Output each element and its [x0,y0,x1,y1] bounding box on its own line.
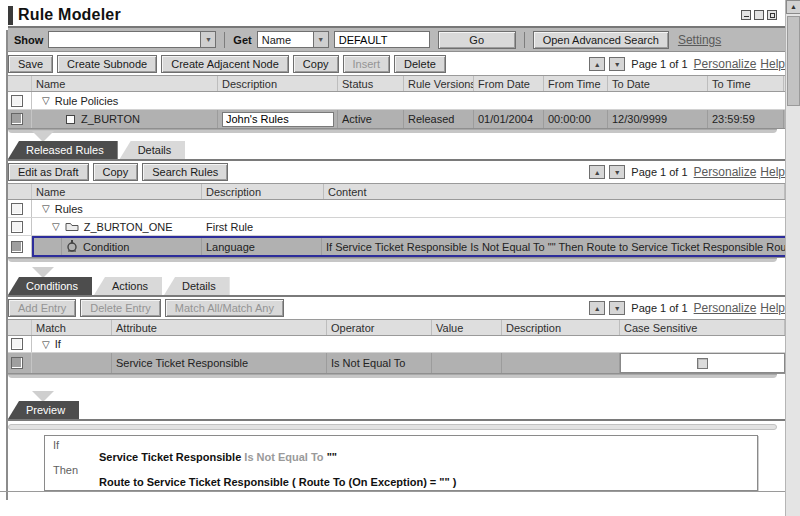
row-selector-checkbox[interactable] [11,221,23,233]
column-header: Rule Versions [404,76,474,91]
add-entry-button: Add Entry [8,299,76,317]
page-indicator: Page 1 of 1 [631,302,687,314]
column-header: Match [32,320,112,335]
preview-section: Preview If Service Ticket Responsible Is… [8,391,785,491]
column-header: Description [218,76,338,91]
search-rules-button[interactable]: Search Rules [142,163,228,181]
expand-triangle-icon[interactable]: ▽ [42,95,50,106]
rule-description: First Rule [202,218,324,235]
open-advanced-search-button[interactable]: Open Advanced Search [533,31,669,49]
vertical-scrollbar[interactable]: ▲ [785,0,800,516]
policies-header-row: Name Description Status Rule Versions Fr… [8,75,785,92]
edit-as-draft-button[interactable]: Edit as Draft [8,163,89,181]
go-button[interactable]: Go [438,31,516,49]
row-selector-checkbox[interactable] [11,113,23,125]
page-up-icon[interactable]: ▲ [589,57,605,71]
personalize-link[interactable]: Personalize [694,57,757,71]
policy-name: Z_BURTON [81,113,140,125]
column-header: Value [432,320,502,335]
column-header: Attribute [112,320,327,335]
tab-released-rules[interactable]: Released Rules [8,141,118,159]
tab-actions[interactable]: Actions [94,277,162,295]
copy-button[interactable]: Copy [293,55,339,73]
tab-conditions[interactable]: Conditions [8,277,92,295]
row-selector-checkbox[interactable] [11,357,23,369]
policy-row-z-burton[interactable]: Z_BURTON Active Released 01/01/2004 00:0… [8,110,785,129]
preview-condition-line: Service Ticket Responsible Is Not Equal … [99,451,757,464]
get-dropdown-arrow-icon[interactable]: ▼ [313,32,328,47]
tab-details[interactable]: Details [120,141,186,159]
policy-description-input[interactable] [222,112,334,127]
personalize-link[interactable]: Personalize [694,301,757,315]
rule-row-z-burton-one[interactable]: ▽ Z_BURTON_ONE First Rule [8,218,785,236]
copy-rules-button[interactable]: Copy [93,163,139,181]
help-link[interactable]: Help [760,301,785,315]
divider [524,32,525,48]
page-down-icon[interactable]: ▼ [609,301,625,315]
case-sensitive-checkbox[interactable] [697,358,708,369]
group-row-label: If [55,338,61,350]
scrollbar-thumb[interactable] [787,16,800,106]
preview-condition-value: "" [327,451,337,463]
page-down-icon[interactable]: ▼ [609,165,625,179]
title-bar: Rule Modeler [8,4,785,28]
column-header: Name [32,184,202,199]
get-dropdown-value: Name [258,34,313,46]
search-input[interactable] [334,31,430,48]
column-header: Operator [327,320,432,335]
row-selector-checkbox[interactable] [11,241,23,253]
get-dropdown[interactable]: Name ▼ [257,31,329,48]
create-adjacent-node-button[interactable]: Create Adjacent Node [161,55,289,73]
settings-link[interactable]: Settings [678,33,721,47]
condition-operator: Is Not Equal To [327,353,432,373]
policy-rule-versions: Released [404,110,474,128]
match-all-match-any-button: Match All/Match Any [165,299,284,317]
show-dropdown-arrow-icon[interactable]: ▼ [200,32,215,47]
section-pointer [32,267,54,278]
rules-toolbar: Edit as Draft Copy Search Rules ▲ ▼ Page… [8,161,785,183]
help-link[interactable]: Help [760,57,785,71]
window-restore-icon[interactable] [754,10,764,20]
policy-from-date: 01/01/2004 [474,110,544,128]
filter-bar: Show ▼ Get Name ▼ Go Open Advanced Searc… [8,28,785,52]
rules-pager: ▲ ▼ Page 1 of 1 Personalize Help [589,165,785,179]
condition-attribute: Service Ticket Responsible [112,353,327,373]
condition-entry-row[interactable]: Service Ticket Responsible Is Not Equal … [8,353,785,374]
page-up-icon[interactable]: ▲ [589,301,605,315]
window-minimize-icon[interactable] [741,10,751,20]
page-up-icon[interactable]: ▲ [589,165,605,179]
row-selector-checkbox[interactable] [11,338,23,350]
create-subnode-button[interactable]: Create Subnode [57,55,157,73]
scroll-up-icon[interactable]: ▲ [786,0,800,14]
show-dropdown[interactable]: ▼ [48,31,216,48]
rules-group-row[interactable]: ▽ Rules [8,200,785,218]
preview-action-line: Route to Service Ticket Responsible ( Ro… [99,476,757,489]
rules-tabstrip: Released Rules Details [8,143,785,161]
column-header: Description [202,184,324,199]
selector-column-header [8,76,32,91]
personalize-link[interactable]: Personalize [694,165,757,179]
tab-details[interactable]: Details [164,277,230,295]
rule-policies-group-row[interactable]: ▽ Rule Policies [8,92,785,110]
if-group-row[interactable]: ▽ If [8,336,785,353]
window-maximize-icon[interactable] [767,10,777,20]
expand-triangle-icon[interactable]: ▽ [52,221,60,232]
conditions-header-row: Match Attribute Operator Value Descripti… [8,319,785,336]
policy-node-icon [66,115,75,124]
released-rules-section: Released Rules Details Edit as Draft Cop… [8,131,785,262]
row-selector-checkbox[interactable] [11,203,23,215]
save-button[interactable]: Save [8,55,53,73]
rule-policies-section: Save Create Subnode Create Adjacent Node… [8,53,785,133]
condition-entry-description [502,353,620,373]
conditions-toolbar: Add Entry Delete Entry Match All/Match A… [8,297,785,319]
column-header: Name [32,76,218,91]
row-selector-checkbox[interactable] [11,95,23,107]
page-down-icon[interactable]: ▼ [609,57,625,71]
delete-button[interactable]: Delete [394,55,446,73]
expand-triangle-icon[interactable]: ▽ [42,203,50,214]
help-link[interactable]: Help [760,165,785,179]
expand-triangle-icon[interactable]: ▽ [42,339,50,350]
get-label: Get [233,34,251,46]
tab-preview[interactable]: Preview [8,401,79,419]
condition-row-selected[interactable]: Condition Language If Service Ticket Res… [8,236,785,258]
